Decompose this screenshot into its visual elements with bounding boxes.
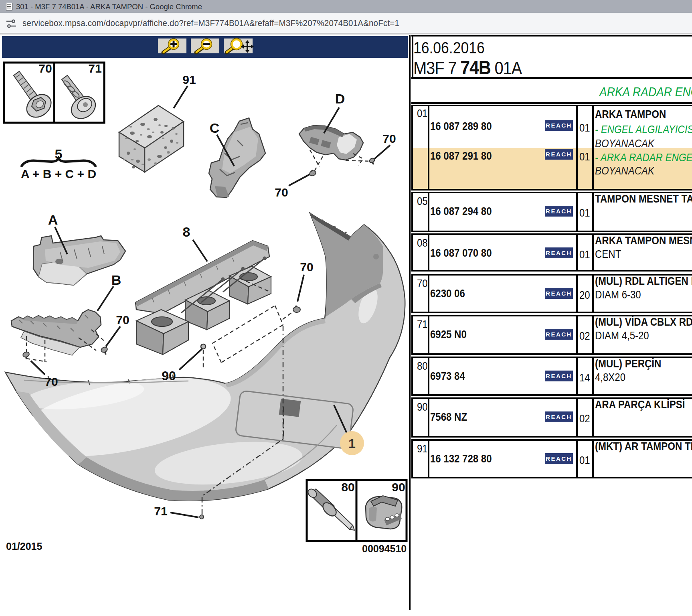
svg-text:70: 70: [38, 62, 52, 75]
svg-text:70: 70: [275, 186, 288, 199]
svg-text:00094510: 00094510: [362, 543, 407, 554]
svg-text:90: 90: [162, 369, 176, 383]
svg-text:70: 70: [45, 375, 58, 388]
svg-text:B: B: [111, 272, 121, 288]
svg-text:01/2015: 01/2015: [6, 541, 42, 552]
svg-text:71: 71: [154, 505, 167, 518]
svg-text:91: 91: [182, 73, 196, 86]
svg-text:71: 71: [88, 62, 101, 75]
svg-text:70: 70: [382, 132, 396, 145]
svg-text:C: C: [210, 120, 220, 136]
svg-text:70: 70: [300, 260, 313, 274]
svg-text:A + B + C + D: A + B + C + D: [21, 167, 96, 180]
svg-text:D: D: [335, 91, 345, 106]
svg-text:90: 90: [392, 480, 405, 494]
svg-text:A: A: [48, 212, 58, 227]
svg-text:1: 1: [348, 436, 356, 451]
svg-text:8: 8: [183, 224, 190, 239]
svg-text:80: 80: [341, 480, 354, 494]
svg-text:70: 70: [116, 313, 129, 326]
